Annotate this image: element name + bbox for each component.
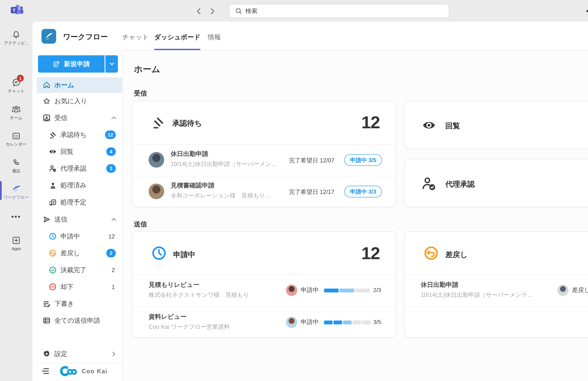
- gavel-icon: [152, 117, 165, 129]
- sidebar-item-rejected[interactable]: 却下 1: [37, 279, 122, 295]
- clock-icon: [49, 232, 57, 240]
- returned-card[interactable]: 差戻し 1 休日出勤申請 10/14(土)休日出勤申請（サーバーメンテ… 差戻し…: [404, 231, 588, 338]
- new-request-button[interactable]: 新規申請: [38, 55, 105, 73]
- teams-app-rail: アクティビ... チャット 1 チーム カレンダー 通話 ワークフロー ••• …: [0, 22, 32, 381]
- new-request-dropdown-button[interactable]: [105, 55, 118, 73]
- list-item[interactable]: 休日出勤申請 10/14(土)休日出勤申請（サーバーメンテ… 差戻し 3/3: [405, 274, 588, 306]
- nav-forward-button[interactable]: [207, 6, 218, 16]
- sidebar-collapse-button[interactable]: [42, 367, 49, 375]
- search-input[interactable]: 検索: [229, 4, 449, 18]
- applying-count: 12: [361, 244, 380, 263]
- tab-info[interactable]: 情報: [208, 33, 221, 42]
- search-placeholder: 検索: [245, 7, 257, 15]
- rail-more-button[interactable]: •••: [0, 213, 32, 221]
- avatar: [557, 285, 568, 296]
- sidebar-item-returned[interactable]: 差戻し 2: [37, 245, 122, 261]
- avatar: [286, 317, 297, 328]
- active-tab-underline: [154, 49, 200, 50]
- calendar-icon: [12, 131, 21, 140]
- applying-count: 12: [108, 233, 115, 239]
- list-item[interactable]: 休日出勤申請 10/14(土)休日出勤申請（サーバーメン… 完了希望日 12/0…: [133, 144, 396, 176]
- minus-circle-icon: [49, 283, 57, 291]
- sidebar-item-processed[interactable]: 処理済み: [37, 178, 122, 193]
- rail-item-workflow[interactable]: ワークフロー: [0, 183, 32, 200]
- send-icon: [43, 215, 51, 223]
- received-section-label: 受信: [134, 89, 147, 98]
- pending-approval-card[interactable]: 承認待ち 12 休日出勤申請 10/14(土)休日出勤申請（サーバーメン… 完了…: [132, 101, 396, 207]
- returned-badge: 2: [106, 249, 116, 257]
- cookai-brand: Coo Kai: [60, 365, 107, 377]
- draft-icon: [43, 300, 51, 308]
- document-queue-icon: [49, 198, 57, 206]
- inbox-icon: [43, 114, 51, 122]
- app-title: ワークフロー: [63, 32, 108, 42]
- gear-icon: [43, 350, 51, 358]
- teams-more-menu[interactable]: •••: [586, 6, 588, 16]
- circulation-card[interactable]: 回覧 4: [404, 101, 588, 149]
- rail-item-teams[interactable]: チーム: [0, 105, 32, 121]
- progress-bar: [324, 320, 371, 324]
- phone-icon: [12, 158, 21, 167]
- dashboard-main: ホーム 受信 承認待ち 12 休日出勤申請 10/14(土)休日出勤申請（サーバ…: [123, 51, 588, 381]
- status-pill: 申請中 3/3: [344, 186, 382, 197]
- rail-item-calendar[interactable]: カレンダー: [0, 131, 32, 147]
- sidebar-item-circulation[interactable]: 回覧 4: [37, 144, 122, 159]
- nav-back-button[interactable]: [193, 6, 204, 16]
- sidebar-item-sent[interactable]: 送信: [37, 212, 122, 227]
- stamp-icon: [49, 181, 57, 189]
- sidebar-item-approved[interactable]: 決裁完了 2: [37, 262, 122, 278]
- sidebar-item-scheduled[interactable]: 処理予定: [37, 194, 122, 210]
- rail-active-indicator: [0, 181, 1, 200]
- rail-item-calls[interactable]: 通話: [0, 158, 32, 174]
- approved-count: 2: [112, 267, 115, 273]
- sidebar-item-pending-approval[interactable]: 承認待ち 12: [37, 127, 122, 143]
- chevron-down-icon: [109, 61, 114, 66]
- sidebar-item-favorites[interactable]: お気に入り: [37, 93, 122, 109]
- star-icon: [43, 97, 51, 105]
- avatar: [286, 285, 297, 296]
- list-item[interactable]: 資料レビュー Coo Kai ワークフロー営業資料 申請中 3/5: [133, 306, 396, 338]
- applying-card[interactable]: 申請中 12 見積もりレビュー 株式会社ネクストサンワ様 見積もり 申請中 2/…: [132, 231, 396, 338]
- rail-item-chat[interactable]: チャット: [0, 78, 32, 94]
- collapse-chevron-icon[interactable]: [111, 115, 117, 121]
- apps-plus-icon: [12, 236, 21, 245]
- collapse-chevron-icon[interactable]: [111, 217, 117, 222]
- search-icon: [235, 8, 242, 14]
- circulation-badge: 4: [106, 147, 116, 156]
- teams-logo-icon: T: [11, 5, 24, 17]
- tab-chat[interactable]: チャット: [122, 33, 149, 42]
- person-check-icon: [421, 176, 437, 191]
- home-icon: [43, 81, 51, 89]
- avatar: [149, 152, 164, 168]
- eye-icon: [49, 148, 57, 155]
- document-plus-icon: [53, 60, 60, 67]
- sidebar-footer-divider: [37, 363, 122, 363]
- list-item[interactable]: 見積書確認申請 令和コーポレーション様 見積もり… 完了希望日 12/17 申請…: [133, 176, 396, 207]
- eye-icon: [422, 119, 436, 132]
- chat-unread-badge: 1: [17, 75, 24, 82]
- sidebar-item-proxy-approval[interactable]: 代理承認 3: [37, 161, 122, 176]
- rejected-count: 1: [112, 284, 115, 290]
- chevron-right-icon: [111, 351, 117, 357]
- sidebar-item-home[interactable]: ホーム: [37, 77, 122, 93]
- screen: T 検索 ••• ✓ アクティビ...: [0, 0, 588, 381]
- bell-icon: [12, 30, 21, 39]
- workflow-app-logo: [42, 29, 56, 44]
- sidebar-item-drafts[interactable]: 下書き: [37, 296, 122, 311]
- progress-bar: [324, 289, 370, 293]
- proxy-approval-card[interactable]: 代理承認 3: [404, 159, 588, 207]
- sidebar-item-settings[interactable]: 設定: [37, 346, 122, 361]
- rail-item-activity[interactable]: アクティビ...: [0, 30, 32, 46]
- rail-item-apps[interactable]: Apps: [0, 236, 32, 251]
- person-check-icon: [49, 165, 57, 172]
- check-circle-icon: [49, 266, 57, 274]
- proxy-approval-badge: 3: [106, 164, 116, 173]
- tab-dashboard[interactable]: ダッシュボード: [154, 33, 200, 42]
- list-item[interactable]: 見積もりレビュー 株式会社ネクストサンワ様 見積もり 申請中 2/3: [133, 274, 396, 306]
- clock-icon: [152, 246, 166, 260]
- teams-people-icon: [11, 105, 21, 114]
- avatar: [149, 184, 164, 199]
- sidebar-item-all-sent[interactable]: 全ての送信申請: [37, 313, 122, 328]
- sidebar-item-received[interactable]: 受信: [37, 110, 122, 126]
- sidebar-item-applying[interactable]: 申請中 12: [37, 229, 122, 244]
